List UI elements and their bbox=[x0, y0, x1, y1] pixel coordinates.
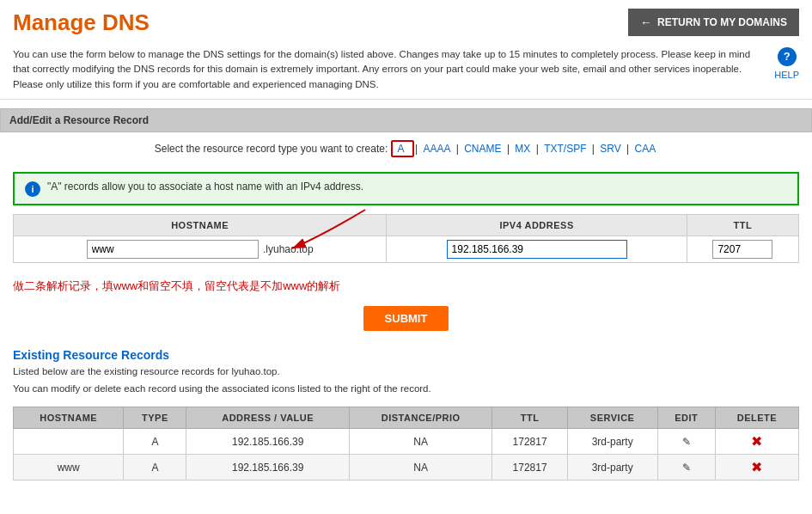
select-type-label: Select the resource record type you want… bbox=[155, 143, 388, 155]
existing-records-title: Existing Resource Records bbox=[13, 348, 799, 362]
hostname-col-header: HOSTNAME bbox=[14, 214, 387, 236]
existing-records-desc2: You can modify or delete each record usi… bbox=[13, 382, 799, 396]
col-service: SERVICE bbox=[567, 407, 657, 429]
record-type-MX[interactable]: MX bbox=[515, 143, 530, 155]
return-to-domains-button[interactable]: ← RETURN TO MY DOMAINS bbox=[628, 9, 799, 36]
ttl-input[interactable] bbox=[712, 240, 772, 259]
record-type-AAAA[interactable]: AAAA bbox=[423, 143, 450, 155]
delete-button[interactable]: ✖ bbox=[751, 434, 762, 449]
record-type-TXTSPF[interactable]: TXT/SPF bbox=[544, 143, 586, 155]
left-arrow-icon: ← bbox=[640, 15, 652, 29]
hostname-input[interactable] bbox=[87, 240, 259, 259]
info-box: i "A" records allow you to associate a h… bbox=[13, 172, 799, 205]
submit-button[interactable]: SUBMIT bbox=[363, 306, 449, 331]
col-address: ADDRESS / VALUE bbox=[186, 407, 350, 429]
ipv4-col-header: IPV4 ADDRESS bbox=[387, 214, 687, 236]
delete-button[interactable]: ✖ bbox=[751, 460, 762, 474]
help-button[interactable]: ? HELP bbox=[774, 47, 799, 83]
col-delete: DELETE bbox=[715, 407, 798, 429]
col-edit: EDIT bbox=[657, 407, 715, 429]
ttl-col-header: TTL bbox=[687, 214, 798, 236]
ipv4-input[interactable] bbox=[447, 240, 627, 259]
col-type: TYPE bbox=[124, 407, 186, 429]
col-distance: DISTANCE/PRIO bbox=[349, 407, 492, 429]
chinese-annotation: 做二条解析记录，填www和留空不填，留空代表是不加www的解析 bbox=[0, 272, 812, 297]
col-hostname: HOSTNAME bbox=[14, 407, 124, 429]
existing-records-desc1: Listed below are the existing resource r… bbox=[13, 364, 799, 379]
record-type-SRV[interactable]: SRV bbox=[600, 143, 620, 155]
help-icon: ? bbox=[778, 47, 797, 66]
dns-form-table: HOSTNAME IPV4 ADDRESS TTL .lyuhao.top bbox=[13, 214, 799, 263]
table-row: A192.185.166.39NA1728173rd-party✎✖ bbox=[14, 429, 799, 455]
table-row: wwwA192.185.166.39NA1728173rd-party✎✖ bbox=[14, 455, 799, 480]
page-title: Manage DNS bbox=[13, 9, 150, 36]
submit-area: SUBMIT bbox=[0, 297, 812, 340]
info-icon: i bbox=[25, 181, 40, 197]
add-edit-section-header: Add/Edit a Resource Record bbox=[0, 108, 812, 132]
existing-records-table: HOSTNAME TYPE ADDRESS / VALUE DISTANCE/P… bbox=[13, 407, 799, 480]
record-type-A[interactable]: A bbox=[398, 143, 405, 155]
record-type-CAA[interactable]: CAA bbox=[635, 143, 656, 155]
existing-section-header: Existing Resource Records Listed below a… bbox=[0, 340, 812, 401]
record-type-CNAME[interactable]: CNAME bbox=[464, 143, 501, 155]
edit-button[interactable]: ✎ bbox=[682, 436, 691, 448]
edit-button[interactable]: ✎ bbox=[682, 462, 691, 474]
col-ttl: TTL bbox=[492, 407, 567, 429]
info-message: "A" records allow you to associate a hos… bbox=[47, 181, 363, 193]
domain-suffix: .lyuhao.top bbox=[263, 243, 314, 255]
record-type-selector: Select the resource record type you want… bbox=[0, 132, 812, 165]
info-text: You can use the form below to manage the… bbox=[13, 47, 769, 92]
